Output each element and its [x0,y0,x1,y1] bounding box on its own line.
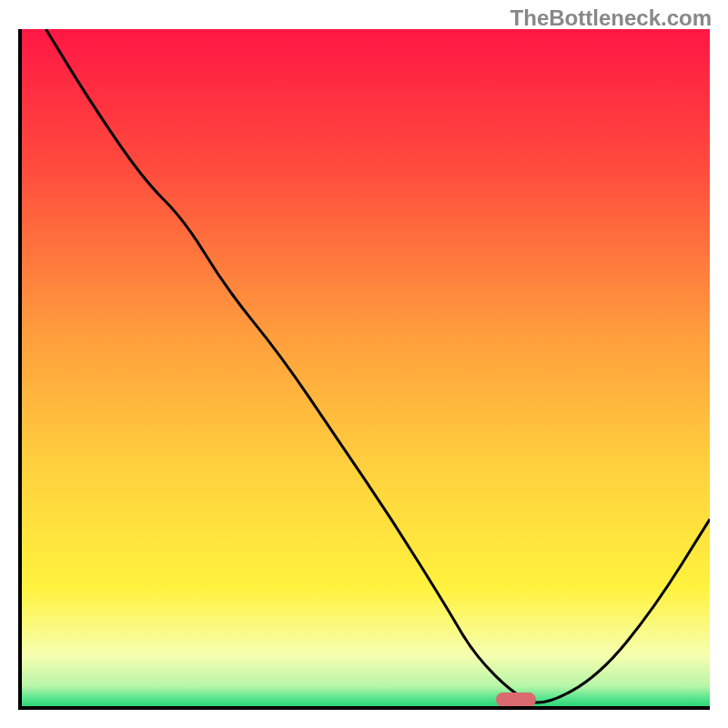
x-axis [18,706,710,710]
watermark-text: TheBottleneck.com [511,5,712,31]
y-axis [18,29,22,710]
chart-area [18,29,710,710]
bottleneck-curve [18,29,710,710]
optimal-point-marker [496,693,536,707]
